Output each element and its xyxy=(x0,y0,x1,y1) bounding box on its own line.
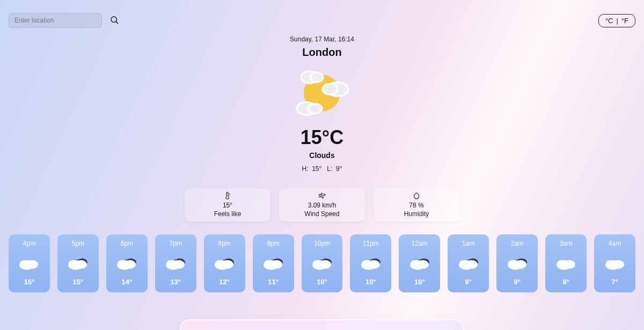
cloud-dark-icon xyxy=(115,255,138,271)
hourly-card[interactable]: 8pm12° xyxy=(204,234,245,292)
cloud-dark-icon xyxy=(359,255,383,271)
hourly-temp: 7° xyxy=(611,278,618,286)
hourly-card[interactable]: 12am10° xyxy=(399,234,440,292)
hourly-card[interactable]: 4pm15° xyxy=(9,234,50,292)
svg-point-36 xyxy=(264,260,273,267)
low-value: 9° xyxy=(336,165,342,173)
cloud-dark-icon xyxy=(408,255,431,271)
hourly-temp: 14° xyxy=(121,278,132,286)
current-weather-icon xyxy=(287,66,357,120)
hourly-temp: 8° xyxy=(562,278,569,286)
hourly-time: 5pm xyxy=(72,240,84,247)
svg-point-11 xyxy=(20,260,28,267)
search-button[interactable] xyxy=(108,14,120,27)
svg-point-31 xyxy=(215,260,224,267)
hourly-temp: 11° xyxy=(268,278,279,286)
svg-point-8 xyxy=(308,104,322,113)
cloud-dark-icon xyxy=(261,255,285,271)
cloud-dark-icon xyxy=(213,255,236,271)
hourly-time: 3am xyxy=(560,240,572,247)
hourly-time: 10pm xyxy=(314,240,330,247)
metric-label: Feels like xyxy=(214,210,241,218)
hourly-temp: 10° xyxy=(317,278,327,286)
high-value: 15° xyxy=(312,165,321,173)
hourly-time: 2am xyxy=(511,240,523,247)
hourly-temp: 12° xyxy=(219,278,230,286)
hourly-temp: 9° xyxy=(514,278,520,286)
cloud-icon xyxy=(603,255,627,271)
svg-point-26 xyxy=(166,260,175,267)
cloud-icon xyxy=(17,255,41,271)
svg-point-61 xyxy=(508,260,517,267)
hourly-card[interactable]: 3am8° xyxy=(545,234,587,292)
search-container xyxy=(9,13,120,28)
current-hilo: H: 15° L: 9° xyxy=(0,165,644,173)
svg-line-1 xyxy=(116,21,118,23)
hourly-forecast: 4pm15°5pm15°6pm14°7pm13°8pm12°9pm11°10pm… xyxy=(9,234,635,292)
svg-point-67 xyxy=(606,260,614,267)
low-label: L: xyxy=(327,165,332,173)
hourly-card[interactable]: 4am7° xyxy=(594,234,635,292)
hourly-card[interactable]: 7pm13° xyxy=(155,234,196,292)
metric-label: Humidity xyxy=(404,210,429,218)
hourly-temp: 10° xyxy=(414,278,425,286)
metric-value: 78 % xyxy=(409,202,423,209)
svg-point-56 xyxy=(459,260,468,267)
thermometer-icon xyxy=(224,192,231,199)
hourly-temp: 9° xyxy=(465,278,472,286)
hourly-card[interactable]: 10pm10° xyxy=(302,234,343,292)
hourly-time: 11pm xyxy=(363,240,379,247)
svg-point-51 xyxy=(411,260,419,267)
hourly-time: 12am xyxy=(412,240,428,247)
metric-value: 15° xyxy=(223,202,232,209)
hourly-card[interactable]: 11pm10° xyxy=(350,234,391,292)
hourly-time: 7pm xyxy=(170,240,182,247)
hourly-temp: 13° xyxy=(170,278,181,286)
unit-toggle[interactable]: °C | °F xyxy=(598,14,635,27)
hourly-temp: 10° xyxy=(365,278,376,286)
cloud-dark-icon xyxy=(506,255,529,271)
hourly-time: 4pm xyxy=(23,240,35,247)
hourly-time: 8pm xyxy=(218,240,230,247)
wind-icon xyxy=(318,192,326,199)
metric-feels-like: 15° Feels like xyxy=(185,188,270,221)
cloud-dark-icon xyxy=(66,255,90,271)
current-date: Sunday, 17 Mar, 16:14 xyxy=(0,35,644,43)
hourly-card[interactable]: 1am9° xyxy=(448,234,489,292)
search-icon xyxy=(109,18,119,26)
hourly-card[interactable]: 5pm15° xyxy=(57,234,99,292)
hourly-card[interactable]: 2am9° xyxy=(496,234,538,292)
hourly-time: 6pm xyxy=(121,240,133,247)
high-label: H: xyxy=(302,165,308,173)
hourly-temp: 15° xyxy=(73,278,84,286)
metric-wind-speed: 3.09 km/h Wind Speed xyxy=(279,188,365,221)
svg-point-46 xyxy=(362,260,370,267)
metrics-row: 15° Feels like 3.09 km/h Wind Speed 78 %… xyxy=(185,188,459,221)
hourly-card[interactable]: 6pm14° xyxy=(106,234,148,292)
current-temperature: 15°C xyxy=(0,126,644,149)
unit-fahrenheit[interactable]: °F xyxy=(621,17,628,25)
current-city: London xyxy=(0,46,644,59)
current-weather: Sunday, 17 Mar, 16:14 London 15°C Clouds xyxy=(0,35,644,173)
hourly-temp: 15° xyxy=(24,278,35,286)
current-condition: Clouds xyxy=(0,151,644,160)
hourly-time: 1am xyxy=(462,240,474,247)
svg-point-4 xyxy=(310,73,323,82)
svg-point-41 xyxy=(313,260,321,267)
metric-value: 3.09 km/h xyxy=(308,202,336,209)
svg-point-21 xyxy=(118,260,126,267)
search-input[interactable] xyxy=(9,13,102,28)
cloud-dark-icon xyxy=(164,255,187,271)
hourly-card[interactable]: 9pm11° xyxy=(253,234,294,292)
svg-point-6 xyxy=(323,84,338,95)
svg-point-64 xyxy=(557,260,566,267)
cloud-dark-icon xyxy=(457,255,480,271)
hourly-time: 9pm xyxy=(267,240,279,247)
metric-label: Wind Speed xyxy=(304,210,339,218)
cloud-icon xyxy=(554,255,578,271)
droplet-icon xyxy=(413,192,420,199)
metric-humidity: 78 % Humidity xyxy=(374,188,459,221)
unit-celsius[interactable]: °C xyxy=(605,17,613,25)
hourly-time: 4am xyxy=(609,240,621,247)
forecast-card-peek xyxy=(180,319,464,330)
